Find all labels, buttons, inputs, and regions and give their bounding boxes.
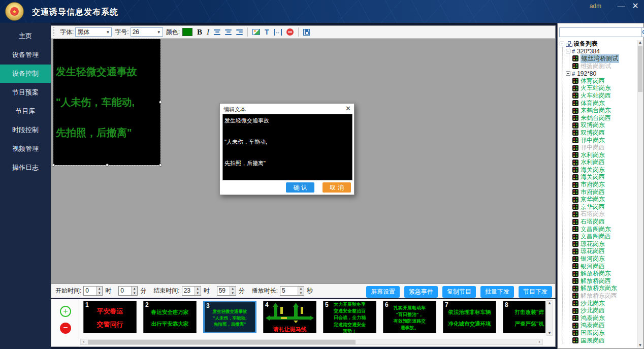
action-button-复制节目[interactable]: 复制节目 [442,286,476,298]
sidebar-item-节目预案[interactable]: 节目预案 [0,83,51,102]
tree-device-石塔岗西[interactable]: 石塔岗西 [559,218,637,226]
tree-device-解放桥东岗东[interactable]: 解放桥东岗东 [559,285,637,293]
color-swatch[interactable] [182,28,192,36]
scroll-left-icon[interactable]: ‹ [81,339,87,345]
sidebar-item-视频管理[interactable]: 视频管理 [0,140,51,158]
bold-button[interactable]: B [197,28,202,37]
expand-toggle-icon[interactable] [560,42,564,46]
search-button[interactable] [642,27,644,37]
resize-handle-bottom[interactable] [106,164,109,167]
duration-stepper[interactable]: 5 ▲▼ [280,286,304,296]
action-button-屏幕设置[interactable]: 屏幕设置 [366,286,400,298]
end-minute-value[interactable]: 59 [217,287,230,295]
tree-device-鸿泰岗东[interactable]: 鸿泰岗东 [559,314,637,322]
resize-handle-bottom-left[interactable] [52,164,55,167]
tree-group-320*384[interactable]: #320*384 [559,48,637,55]
scroll-right-icon[interactable]: › [536,339,542,345]
duration-value[interactable]: 5 [280,287,298,295]
tree-device-海关岗东[interactable]: 海关岗东 [559,166,637,174]
action-button-紧急事件[interactable]: 紧急事件 [404,286,438,298]
tree-device-火车站岗东[interactable]: 火车站岗东 [559,85,637,92]
sidebar-item-节目库[interactable]: 节目库 [0,102,51,120]
tree-device-琼花岗东[interactable]: 琼花岗东 [559,240,637,248]
tree-scrollbar[interactable]: ▲ ▼ [637,40,643,347]
end-hour-stepper[interactable]: 23 ▲▼ [182,286,201,296]
remove-item-button[interactable] [286,28,294,36]
sidebar-item-设备管理[interactable]: 设备管理 [0,46,51,64]
align-left-button[interactable] [214,29,220,35]
align-center-button[interactable] [225,29,232,35]
font-size-select[interactable]: 26 ▼ [131,27,163,37]
edit-text-area[interactable]: 发生轻微交通事故 "人未伤，车能动, 先拍照，后撤离" [222,114,352,180]
program-thumbnail-3[interactable]: 3发生轻微交通事故"人未伤，车能动,先拍照，后撤离" [203,301,256,333]
add-program-button[interactable]: + [60,306,71,317]
tree-device-解放桥岗西[interactable]: 解放桥岗西 [559,277,637,285]
italic-button[interactable]: I [207,28,209,37]
tree-root-device-list[interactable]: 设备列表 [559,40,637,48]
start-minute-stepper[interactable]: 0 ▲▼ [118,286,138,296]
start-hour-stepper[interactable]: 0 ▲▼ [83,286,103,296]
tree-device-来鹤台岗西[interactable]: 来鹤台岗西 [559,114,637,122]
start-minute-value[interactable]: 0 [119,287,131,295]
tree-device-沙北岗东[interactable]: 沙北岗东 [559,300,637,307]
tree-device-双博岗东[interactable]: 双博岗东 [559,122,637,130]
action-button-批量下发[interactable]: 批量下发 [480,286,514,298]
program-thumbnail-2[interactable]: 2春运安全连万家出行平安靠大家 [143,301,197,333]
delete-program-button[interactable]: − [60,323,71,334]
vertical-scrollbar[interactable]: ▲ ▼ [546,300,553,336]
horizontal-scrollbar[interactable]: ‹ › [80,339,543,345]
toolbar-grip[interactable] [53,27,54,37]
tree-device-文昌阁岗西[interactable]: 文昌阁岗西 [559,233,637,240]
resize-handle-right[interactable] [159,101,162,104]
tree-device-邗中岗西[interactable]: 邗中岗西 [559,144,637,151]
stepper-arrows[interactable]: ▲▼ [195,287,201,295]
program-thumbnail-6[interactable]: 6扎实开展电动车"百日整治"，有效预防道路交通事故。 [383,301,436,333]
tree-device-琼花岗西[interactable]: 琼花岗西 [559,248,637,256]
program-thumbnail-8[interactable]: 8打击改装"炸严查严惩"机 [503,301,545,333]
tree-device-火车站岗西[interactable]: 火车站岗西 [559,92,637,100]
confirm-button[interactable]: 确 认 [286,182,314,193]
expand-toggle-icon[interactable] [566,49,570,53]
tree-device-维扬岗测试[interactable]: 维扬岗测试 [559,62,637,70]
font-select[interactable]: 黑体 ▼ [75,27,112,37]
tree-device-双博岗西[interactable]: 双博岗西 [559,129,637,137]
tree-device-体育岗东[interactable]: 体育岗东 [559,100,637,107]
sidebar-item-操作日志[interactable]: 操作日志 [0,158,51,177]
tree-device-国展岗东[interactable]: 国展岗东 [559,329,637,337]
tree-device-水利岗西[interactable]: 水利岗西 [559,159,637,167]
insert-image-button[interactable] [252,29,260,35]
sidebar-item-时段控制[interactable]: 时段控制 [0,121,51,139]
end-hour-value[interactable]: 23 [182,287,195,295]
tree-device-银河岗西[interactable]: 银河岗西 [559,263,637,270]
scrollbar-thumb[interactable] [88,340,356,344]
save-button[interactable] [303,29,310,36]
program-thumbnail-4[interactable]: 4请礼让斑马线 [263,301,316,333]
tree-device-邗中岗东[interactable]: 邗中岗东 [559,137,637,144]
close-icon[interactable]: ✕ [345,105,351,112]
stepper-arrows[interactable]: ▲▼ [96,287,102,295]
tree-device-京华岗西[interactable]: 京华岗西 [559,203,637,211]
minimize-icon[interactable]: — [616,1,627,11]
tree-device-石塔岗东[interactable]: 石塔岗东 [559,211,637,218]
tree-device-沙北岗西[interactable]: 沙北岗西 [559,307,637,314]
expand-toggle-icon[interactable] [566,71,570,76]
end-minute-stepper[interactable]: 59 ▲▼ [217,286,236,296]
scroll-up-icon[interactable]: ▲ [547,301,552,305]
led-preview-screen[interactable]: 发生轻微交通事故"人未伤，车能动,先拍照，后撤离" [53,39,160,165]
program-thumbnail-7[interactable]: 7依法治理非标车辆净化城市交通环境 [443,301,496,333]
scrollbar-thumb[interactable] [638,46,642,92]
scroll-down-icon[interactable]: ▼ [547,331,552,335]
insert-text-button[interactable]: T [265,28,269,36]
sidebar-item-设备控制[interactable]: 设备控制 [0,65,51,83]
tree-device-水利岗东[interactable]: 水利岗东 [559,151,637,159]
fit-width-button[interactable]: ↔ [274,29,282,36]
tree-device-鸿泰岗西[interactable]: 鸿泰岗西 [559,322,637,330]
tree-device-文昌阁岗东[interactable]: 文昌阁岗东 [559,226,637,233]
action-button-节目下发[interactable]: 节目下发 [519,286,552,298]
stepper-arrows[interactable]: ▲▼ [131,287,137,295]
close-icon[interactable]: ✕ [630,1,641,11]
tree-device-银河岗东[interactable]: 银河岗东 [559,255,637,263]
sidebar-item-主页[interactable]: 主页 [0,27,51,45]
scroll-up-icon[interactable]: ▲ [637,40,643,45]
device-search-input[interactable] [559,27,642,37]
